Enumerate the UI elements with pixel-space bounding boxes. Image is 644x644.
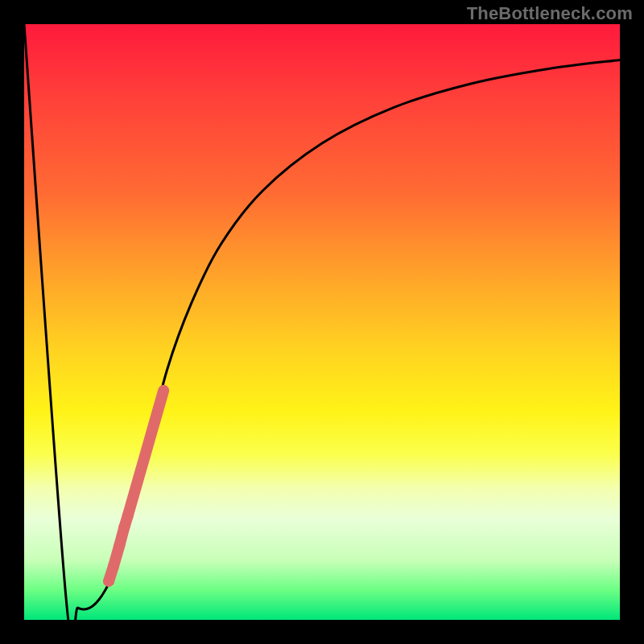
attribution-label: TheBottleneck.com	[467, 3, 633, 24]
highlighted-dot	[122, 510, 134, 522]
highlighted-dot	[108, 560, 119, 572]
chart-frame: TheBottleneck.com	[0, 0, 644, 644]
curve-layer	[24, 24, 620, 620]
highlighted-segment	[109, 390, 163, 581]
highlighted-points	[103, 390, 163, 587]
highlighted-dot	[118, 522, 130, 533]
plot-area	[24, 24, 620, 620]
highlighted-dot	[103, 576, 114, 587]
bottleneck-curve	[24, 24, 620, 620]
highlighted-dot	[114, 540, 125, 551]
